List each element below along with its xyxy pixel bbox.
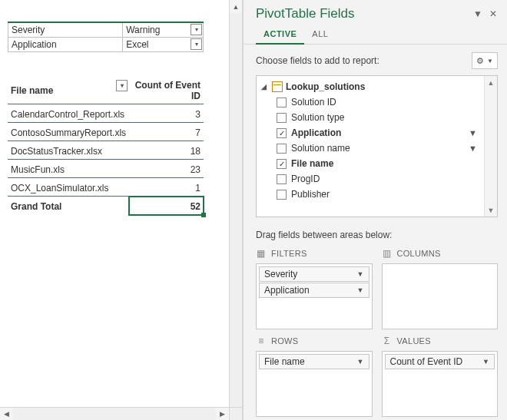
tab-all[interactable]: ALL: [304, 26, 336, 45]
area-box-values[interactable]: Count of Event ID ▼: [382, 351, 499, 417]
checkbox-icon[interactable]: [277, 113, 287, 123]
field-label: Solution name: [291, 143, 464, 154]
choose-fields-label: Choose fields to add to report:: [256, 55, 472, 66]
checkbox-icon[interactable]: [277, 174, 287, 184]
field-label: ProgID: [291, 174, 464, 184]
filter-severity-value-cell[interactable]: Warning ▾: [123, 22, 204, 38]
field-list: ◢ Lookup_solutions Solution ID ▼ Solutio…: [256, 75, 498, 217]
area-field-label: Severity: [264, 269, 357, 279]
area-field-label: Count of Event ID: [390, 356, 483, 367]
close-icon[interactable]: ✕: [487, 8, 499, 20]
field-label: File name: [291, 158, 464, 169]
pivot-row-header[interactable]: File name ▾: [8, 75, 129, 104]
chevron-down-icon[interactable]: ▼: [482, 358, 489, 365]
checkbox-icon[interactable]: [277, 190, 287, 200]
table-name: Lookup_solutions: [286, 81, 365, 92]
field-label: Application: [291, 127, 464, 138]
area-field-severity[interactable]: Severity ▼: [259, 266, 369, 282]
field-item-application[interactable]: Application ▼: [257, 125, 484, 141]
drag-hint-label: Drag fields between areas below:: [244, 225, 507, 245]
field-item-solution-type[interactable]: Solution type ▼: [257, 110, 484, 125]
row-header-dropdown-icon[interactable]: ▾: [116, 80, 128, 91]
pivot-row-value[interactable]: 1: [129, 178, 204, 197]
area-label: ROWS: [271, 336, 298, 346]
filter-application-value: Excel: [126, 39, 148, 50]
pivot-value-header: Count of Event ID: [129, 75, 204, 104]
tools-button[interactable]: ⚙ ▼: [472, 52, 498, 69]
field-list-scrollbar[interactable]: ▲ ▼: [484, 76, 497, 217]
area-label: VALUES: [397, 336, 431, 346]
filter-application-label: Application: [8, 38, 123, 52]
scrollbar-corner: [229, 407, 242, 420]
pane-title: PivotTable Fields: [256, 6, 472, 21]
filter-icon[interactable]: ▼: [469, 128, 478, 137]
field-item-publisher[interactable]: Publisher ▼: [257, 187, 484, 202]
pivot-table: File name ▾ Count of Event ID CalendarCo…: [8, 75, 204, 215]
horizontal-scrollbar[interactable]: ◀ ▶: [0, 407, 229, 420]
values-area-icon: Σ: [382, 336, 393, 346]
area-field-label: File name: [264, 356, 357, 367]
columns-area-icon: ▥: [382, 248, 393, 259]
pivot-row-label[interactable]: DocStatusTracker.xlsx: [8, 141, 129, 160]
chevron-down-icon[interactable]: ▼: [357, 286, 364, 294]
area-header-values: Σ VALUES: [382, 332, 499, 348]
field-item-file-name[interactable]: File name ▼: [257, 156, 484, 171]
pivottable-fields-pane: PivotTable Fields ▼ ✕ ACTIVE ALL Choose …: [243, 0, 507, 420]
pivot-row-value[interactable]: 7: [129, 123, 204, 141]
chevron-down-icon[interactable]: ▼: [357, 358, 364, 365]
area-header-rows: ≡ ROWS: [256, 332, 373, 348]
field-item-prog-id[interactable]: ProgID ▼: [257, 171, 484, 187]
worksheet-area: Severity Warning ▾ Application Excel ▾ F…: [0, 0, 243, 420]
pane-dropdown-icon[interactable]: ▼: [472, 8, 484, 20]
field-label: Solution ID: [291, 97, 464, 107]
pivot-row-value[interactable]: 18: [129, 141, 204, 160]
area-header-columns: ▥ COLUMNS: [382, 245, 499, 260]
filter-dropdown-icon[interactable]: ▾: [191, 38, 202, 50]
scroll-left-icon[interactable]: ◀: [0, 408, 13, 420]
field-label: Publisher: [291, 189, 464, 200]
tab-active[interactable]: ACTIVE: [256, 26, 304, 45]
field-item-solution-name[interactable]: Solution name ▼: [257, 141, 484, 156]
field-item-solution-id[interactable]: Solution ID ▼: [257, 94, 484, 110]
checkbox-icon[interactable]: [277, 128, 287, 138]
pivot-row-label[interactable]: ContosoSummaryReport.xls: [8, 123, 129, 141]
filter-application-value-cell[interactable]: Excel ▾: [123, 38, 204, 52]
scroll-up-icon[interactable]: ▲: [230, 0, 242, 13]
area-field-label: Application: [264, 285, 357, 296]
checkbox-icon[interactable]: [277, 98, 287, 107]
area-field-application[interactable]: Application ▼: [259, 283, 369, 298]
area-field-count-event-id[interactable]: Count of Event ID ▼: [385, 354, 495, 369]
scroll-up-icon[interactable]: ▲: [485, 76, 497, 89]
pivot-row-value[interactable]: 3: [129, 104, 204, 123]
filter-severity-value: Warning: [126, 25, 160, 35]
pivot-row-label[interactable]: CalendarControl_Report.xls: [8, 104, 129, 123]
field-label: Solution type: [291, 112, 464, 123]
area-label: COLUMNS: [397, 249, 441, 258]
pivot-grand-total-label[interactable]: Grand Total: [8, 197, 129, 215]
area-header-filters: ▦ FILTERS: [256, 245, 373, 260]
field-areas: ▦ FILTERS ▥ COLUMNS Severity ▼ Applicati…: [244, 245, 507, 420]
filter-area-icon: ▦: [256, 248, 267, 259]
pivot-grand-total-value[interactable]: 52: [129, 197, 204, 215]
expand-collapse-icon[interactable]: ◢: [261, 83, 269, 91]
area-box-filters[interactable]: Severity ▼ Application ▼: [256, 263, 373, 329]
pane-tabs: ACTIVE ALL: [244, 21, 507, 45]
pivot-row-header-text: File name: [11, 85, 53, 96]
chevron-down-icon[interactable]: ▼: [357, 270, 364, 278]
filter-dropdown-icon[interactable]: ▾: [191, 24, 202, 35]
pivot-row-value[interactable]: 23: [129, 160, 204, 178]
pivot-row-label[interactable]: MusicFun.xls: [8, 160, 129, 178]
gear-icon: ⚙: [476, 56, 484, 66]
scroll-right-icon[interactable]: ▶: [216, 408, 229, 420]
checkbox-icon[interactable]: [277, 144, 287, 154]
field-table-node[interactable]: ◢ Lookup_solutions: [257, 79, 484, 94]
pivot-row-label[interactable]: OCX_LoanSimulator.xls: [8, 178, 129, 197]
filter-icon[interactable]: ▼: [469, 144, 478, 153]
area-field-file-name[interactable]: File name ▼: [259, 354, 369, 369]
scroll-down-icon[interactable]: ▼: [485, 203, 497, 217]
filter-severity-label: Severity: [8, 22, 123, 38]
area-box-rows[interactable]: File name ▼: [256, 351, 373, 417]
area-box-columns[interactable]: [382, 263, 499, 329]
checkbox-icon[interactable]: [277, 159, 287, 169]
vertical-scrollbar[interactable]: ▲ ▼: [229, 0, 242, 420]
